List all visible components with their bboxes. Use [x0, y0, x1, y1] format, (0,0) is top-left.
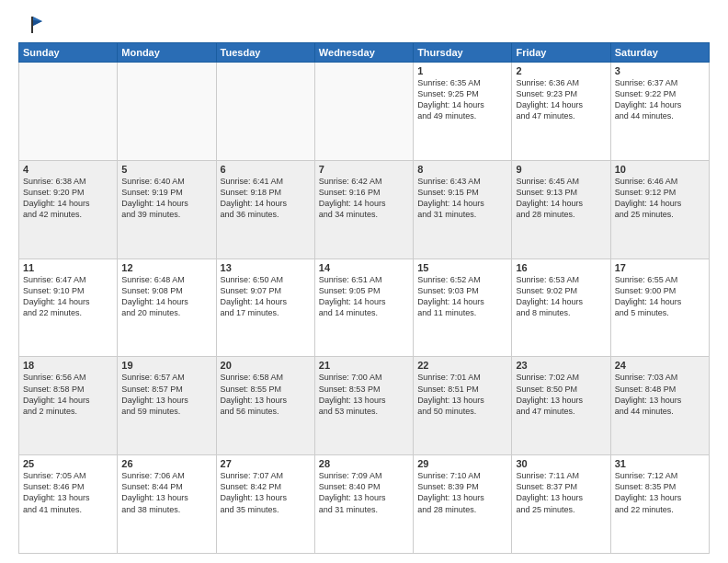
logo-flag-icon [22, 15, 42, 35]
day-info: Sunrise: 6:40 AM Sunset: 9:19 PM Dayligh… [121, 176, 211, 221]
table-row: 9Sunrise: 6:45 AM Sunset: 9:13 PM Daylig… [512, 160, 610, 259]
page: SundayMondayTuesdayWednesdayThursdayFrid… [0, 0, 728, 563]
table-row: 6Sunrise: 6:41 AM Sunset: 9:18 PM Daylig… [216, 160, 314, 259]
table-row: 22Sunrise: 7:01 AM Sunset: 8:51 PM Dayli… [414, 357, 512, 455]
day-number: 22 [417, 360, 507, 371]
table-row: 17Sunrise: 6:55 AM Sunset: 9:00 PM Dayli… [610, 259, 709, 357]
day-number: 26 [121, 458, 211, 469]
table-row: 1Sunrise: 6:35 AM Sunset: 9:25 PM Daylig… [414, 63, 512, 161]
table-row: 13Sunrise: 6:50 AM Sunset: 9:07 PM Dayli… [216, 259, 314, 357]
day-info: Sunrise: 6:38 AM Sunset: 9:20 PM Dayligh… [23, 176, 113, 221]
day-info: Sunrise: 6:55 AM Sunset: 9:00 PM Dayligh… [615, 274, 705, 319]
day-info: Sunrise: 6:36 AM Sunset: 9:23 PM Dayligh… [516, 77, 606, 122]
day-info: Sunrise: 7:10 AM Sunset: 8:39 PM Dayligh… [417, 470, 507, 515]
svg-rect-2 [31, 17, 33, 33]
day-info: Sunrise: 7:01 AM Sunset: 8:51 PM Dayligh… [417, 372, 507, 417]
day-number: 27 [221, 458, 311, 469]
table-row [19, 63, 118, 161]
day-info: Sunrise: 6:35 AM Sunset: 9:25 PM Dayligh… [417, 77, 507, 122]
weekday-header-saturday: Saturday [610, 43, 709, 63]
table-row: 3Sunrise: 6:37 AM Sunset: 9:22 PM Daylig… [610, 63, 709, 161]
day-number: 28 [319, 458, 409, 469]
header [18, 15, 710, 35]
day-number: 14 [319, 262, 409, 273]
table-row: 26Sunrise: 7:06 AM Sunset: 8:44 PM Dayli… [118, 455, 216, 554]
day-number: 3 [615, 65, 705, 76]
day-number: 21 [319, 360, 409, 371]
table-row: 16Sunrise: 6:53 AM Sunset: 9:02 PM Dayli… [512, 259, 610, 357]
day-info: Sunrise: 7:00 AM Sunset: 8:53 PM Dayligh… [319, 372, 409, 417]
weekday-header-tuesday: Tuesday [216, 43, 314, 63]
day-number: 13 [221, 262, 311, 273]
table-row: 14Sunrise: 6:51 AM Sunset: 9:05 PM Dayli… [314, 259, 413, 357]
day-info: Sunrise: 7:02 AM Sunset: 8:50 PM Dayligh… [516, 372, 606, 417]
day-info: Sunrise: 6:42 AM Sunset: 9:16 PM Dayligh… [319, 176, 409, 221]
table-row: 10Sunrise: 6:46 AM Sunset: 9:12 PM Dayli… [610, 160, 709, 259]
weekday-header-friday: Friday [512, 43, 610, 63]
day-info: Sunrise: 6:57 AM Sunset: 8:57 PM Dayligh… [121, 372, 211, 417]
day-info: Sunrise: 7:06 AM Sunset: 8:44 PM Dayligh… [121, 470, 211, 515]
day-info: Sunrise: 6:53 AM Sunset: 9:02 PM Dayligh… [516, 274, 606, 319]
table-row: 27Sunrise: 7:07 AM Sunset: 8:42 PM Dayli… [216, 455, 314, 554]
table-row: 2Sunrise: 6:36 AM Sunset: 9:23 PM Daylig… [512, 63, 610, 161]
weekday-header-monday: Monday [118, 43, 216, 63]
table-row: 19Sunrise: 6:57 AM Sunset: 8:57 PM Dayli… [118, 357, 216, 455]
table-row: 24Sunrise: 7:03 AM Sunset: 8:48 PM Dayli… [610, 357, 709, 455]
day-info: Sunrise: 6:52 AM Sunset: 9:03 PM Dayligh… [417, 274, 507, 319]
calendar: SundayMondayTuesdayWednesdayThursdayFrid… [18, 42, 710, 554]
day-number: 11 [23, 262, 113, 273]
table-row: 18Sunrise: 6:56 AM Sunset: 8:58 PM Dayli… [19, 357, 118, 455]
calendar-row-2: 4Sunrise: 6:38 AM Sunset: 9:20 PM Daylig… [19, 160, 710, 259]
day-info: Sunrise: 6:46 AM Sunset: 9:12 PM Dayligh… [615, 176, 705, 221]
table-row: 15Sunrise: 6:52 AM Sunset: 9:03 PM Dayli… [414, 259, 512, 357]
calendar-row-5: 25Sunrise: 7:05 AM Sunset: 8:46 PM Dayli… [19, 455, 710, 554]
table-row: 28Sunrise: 7:09 AM Sunset: 8:40 PM Dayli… [314, 455, 413, 554]
day-info: Sunrise: 7:09 AM Sunset: 8:40 PM Dayligh… [319, 470, 409, 515]
day-number: 6 [221, 164, 311, 175]
table-row: 31Sunrise: 7:12 AM Sunset: 8:35 PM Dayli… [610, 455, 709, 554]
table-row: 23Sunrise: 7:02 AM Sunset: 8:50 PM Dayli… [512, 357, 610, 455]
day-number: 8 [417, 164, 507, 175]
table-row: 4Sunrise: 6:38 AM Sunset: 9:20 PM Daylig… [19, 160, 118, 259]
table-row: 7Sunrise: 6:42 AM Sunset: 9:16 PM Daylig… [314, 160, 413, 259]
day-number: 25 [23, 458, 113, 469]
day-number: 9 [516, 164, 606, 175]
day-number: 24 [615, 360, 705, 371]
day-info: Sunrise: 7:05 AM Sunset: 8:46 PM Dayligh… [23, 470, 113, 515]
logo [18, 15, 44, 35]
day-number: 31 [615, 458, 705, 469]
table-row: 8Sunrise: 6:43 AM Sunset: 9:15 PM Daylig… [414, 160, 512, 259]
day-number: 10 [615, 164, 705, 175]
weekday-header-row: SundayMondayTuesdayWednesdayThursdayFrid… [19, 43, 710, 63]
table-row [216, 63, 314, 161]
day-number: 16 [516, 262, 606, 273]
day-info: Sunrise: 6:56 AM Sunset: 8:58 PM Dayligh… [23, 372, 113, 417]
weekday-header-sunday: Sunday [19, 43, 118, 63]
day-info: Sunrise: 7:12 AM Sunset: 8:35 PM Dayligh… [615, 470, 705, 515]
day-number: 30 [516, 458, 606, 469]
day-info: Sunrise: 7:03 AM Sunset: 8:48 PM Dayligh… [615, 372, 705, 417]
svg-marker-1 [33, 20, 42, 26]
table-row: 11Sunrise: 6:47 AM Sunset: 9:10 PM Dayli… [19, 259, 118, 357]
weekday-header-thursday: Thursday [414, 43, 512, 63]
table-row: 29Sunrise: 7:10 AM Sunset: 8:39 PM Dayli… [414, 455, 512, 554]
day-number: 15 [417, 262, 507, 273]
day-number: 29 [417, 458, 507, 469]
day-info: Sunrise: 7:07 AM Sunset: 8:42 PM Dayligh… [221, 470, 311, 515]
weekday-header-wednesday: Wednesday [314, 43, 413, 63]
day-number: 12 [121, 262, 211, 273]
table-row: 21Sunrise: 7:00 AM Sunset: 8:53 PM Dayli… [314, 357, 413, 455]
day-info: Sunrise: 6:41 AM Sunset: 9:18 PM Dayligh… [221, 176, 311, 221]
day-number: 7 [319, 164, 409, 175]
calendar-row-1: 1Sunrise: 6:35 AM Sunset: 9:25 PM Daylig… [19, 63, 710, 161]
table-row: 30Sunrise: 7:11 AM Sunset: 8:37 PM Dayli… [512, 455, 610, 554]
day-info: Sunrise: 6:37 AM Sunset: 9:22 PM Dayligh… [615, 77, 705, 122]
table-row: 12Sunrise: 6:48 AM Sunset: 9:08 PM Dayli… [118, 259, 216, 357]
day-info: Sunrise: 6:58 AM Sunset: 8:55 PM Dayligh… [221, 372, 311, 417]
day-info: Sunrise: 6:47 AM Sunset: 9:10 PM Dayligh… [23, 274, 113, 319]
day-number: 20 [221, 360, 311, 371]
table-row [118, 63, 216, 161]
day-number: 23 [516, 360, 606, 371]
calendar-row-3: 11Sunrise: 6:47 AM Sunset: 9:10 PM Dayli… [19, 259, 710, 357]
day-number: 1 [417, 65, 507, 76]
